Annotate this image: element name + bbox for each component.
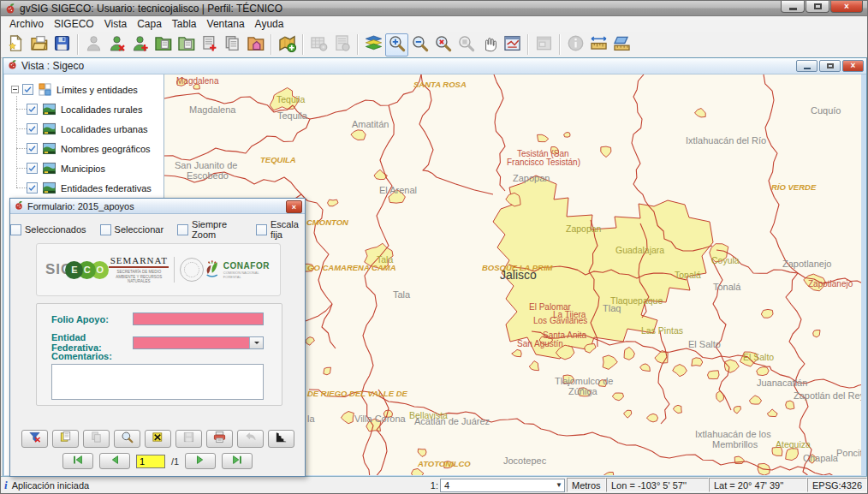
checkbox-box[interactable] — [177, 224, 188, 235]
measure-distance-button[interactable] — [587, 33, 610, 57]
add-document-button[interactable] — [198, 33, 221, 57]
menu-ventana[interactable]: Ventana — [202, 17, 250, 31]
map-label-state: Jalisco — [500, 269, 537, 281]
layer-group-row[interactable]: Límites y entidades — [4, 80, 163, 99]
layer-checkbox[interactable] — [27, 143, 38, 154]
map-label-mun: Villa Corona — [354, 414, 406, 424]
open-document-button[interactable] — [27, 33, 51, 57]
checkbox-box[interactable] — [256, 224, 267, 235]
scale-combobox[interactable]: 4 ▼ — [440, 479, 565, 492]
folio-apoyo-label: Folio Apoyo: — [51, 314, 133, 324]
layer-checkbox[interactable] — [27, 163, 38, 174]
documents-button[interactable] — [221, 33, 244, 57]
checkbox-seleccionar[interactable]: Seleccionar — [100, 219, 163, 240]
form-panel: Folio Apoyo: Entidad Federativa: Comenta… — [36, 303, 282, 406]
maximize-button[interactable] — [806, 1, 829, 13]
report-settings-button — [330, 33, 354, 57]
open-template-icon — [177, 34, 195, 56]
map-label-geo: DE RIEGO DEL VALLE DE — [307, 390, 407, 398]
stats-button[interactable] — [268, 430, 294, 448]
clear-filter-button[interactable] — [145, 430, 171, 448]
conafor-logo: CONAFOR COMISIÓN NACIONAL FORESTAL — [204, 259, 271, 280]
entidad-federativa-select[interactable] — [133, 336, 264, 349]
layer-item-localidades-urbanas[interactable]: Localidades urbanas — [16, 119, 163, 139]
map-label-rural: Magdalena — [176, 77, 218, 86]
application-window: gvSIG SIGECO: Usuario: tecnicojalisco | … — [0, 0, 868, 494]
search-button[interactable] — [114, 430, 140, 448]
dialog-close-button[interactable]: × — [286, 200, 302, 213]
vista-close-button[interactable]: × — [842, 60, 864, 72]
scale-dropdown-icon[interactable]: ▼ — [556, 481, 562, 489]
menu-archivo[interactable]: Archivo — [4, 17, 49, 31]
window-title: gvSIG SIGECO: Usuario: tecnicojalisco | … — [20, 3, 282, 15]
pan-button[interactable] — [478, 33, 501, 57]
print-button[interactable] — [206, 430, 233, 448]
checkbox-box[interactable] — [10, 224, 21, 235]
map-label-mun: Ixtlahuacán de los — [695, 430, 771, 439]
add-user-icon — [131, 34, 149, 56]
vista-restore-button[interactable] — [819, 60, 841, 72]
menu-capa[interactable]: Capa — [132, 17, 167, 31]
layer-item-nombres-geogr-ficos[interactable]: Nombres geográficos — [16, 139, 163, 158]
comentarios-textarea[interactable] — [51, 364, 264, 400]
previous-record-button[interactable] — [99, 453, 130, 469]
checkbox-siempre-zoom[interactable]: Siempre Zoom — [177, 219, 242, 240]
dropdown-arrow-icon[interactable] — [249, 337, 263, 348]
first-record-button[interactable] — [62, 453, 93, 469]
add-view-button[interactable] — [276, 33, 299, 57]
checkbox-seleccionados[interactable]: Seleccionados — [10, 219, 86, 240]
minimize-button[interactable] — [781, 1, 805, 13]
new-document-icon — [7, 34, 25, 56]
tree-collapse-icon[interactable] — [11, 86, 19, 93]
layer-checkbox[interactable] — [27, 104, 38, 115]
new-document-button[interactable] — [4, 33, 27, 57]
layers-button[interactable] — [362, 33, 385, 57]
open-project-button[interactable] — [152, 33, 175, 57]
menu-vista[interactable]: Vista — [99, 17, 132, 31]
menu-tabla[interactable]: Tabla — [167, 17, 202, 31]
vista-minimize-button[interactable] — [796, 60, 817, 72]
layer-item-entidades-federativas[interactable]: Entidades federativas — [16, 178, 163, 198]
remove-user-button[interactable] — [105, 33, 128, 57]
gvsig-logo-icon — [4, 3, 16, 15]
zoom-out-button[interactable] — [408, 33, 431, 57]
formulario-dialog: Formulario: 2015_apoyos × SeleccionadosS… — [9, 198, 306, 477]
zoom-full-button[interactable] — [431, 33, 455, 57]
layer-checkbox[interactable] — [27, 123, 38, 134]
layer-item-municipios[interactable]: Municipios — [16, 158, 163, 178]
vista-titlebar[interactable]: Vista : Sigeco × — [3, 58, 866, 74]
info-icon — [567, 34, 585, 56]
layer-checkbox[interactable] — [27, 182, 38, 193]
semarnat-title: SEMARNAT — [109, 255, 169, 268]
raster-layer-icon — [42, 122, 56, 135]
map-label-urban: Tequila — [276, 95, 305, 104]
checkbox-box[interactable] — [100, 224, 111, 235]
open-template-button[interactable] — [175, 33, 198, 57]
measure-area-button[interactable] — [610, 33, 633, 57]
sigeco-logo: SIG E C O — [45, 261, 109, 279]
folio-apoyo-input[interactable] — [133, 312, 264, 325]
add-user-button[interactable] — [128, 33, 152, 57]
close-button[interactable]: × — [830, 1, 863, 13]
menu-ayuda[interactable]: Ayuda — [250, 17, 289, 31]
last-record-button[interactable] — [222, 453, 253, 469]
record-number-input[interactable] — [136, 455, 165, 468]
map-label-rural: Los Gavilanes — [533, 317, 587, 325]
menu-sigeco[interactable]: SIGECO — [49, 17, 99, 31]
open-document-icon — [30, 34, 48, 56]
checkbox-escala-fija[interactable]: Escala fija — [256, 219, 305, 240]
map-label-rural: San Agustín — [517, 340, 563, 348]
new-record-icon — [59, 431, 72, 447]
filter-button[interactable] — [21, 430, 48, 448]
measure-distance-icon — [590, 34, 608, 56]
new-record-button[interactable] — [52, 430, 79, 448]
folder-home-button[interactable] — [244, 33, 267, 57]
map-label-mun: Zúñiga — [568, 387, 597, 396]
save-document-button[interactable] — [51, 33, 74, 57]
layer-checkbox[interactable] — [22, 84, 33, 95]
next-record-button[interactable] — [185, 453, 216, 469]
dialog-titlebar[interactable]: Formulario: 2015_apoyos × — [10, 199, 305, 214]
layer-item-localidades-rurales[interactable]: Localidades rurales — [16, 99, 163, 119]
locator-button[interactable] — [501, 33, 524, 57]
zoom-in-button[interactable] — [385, 33, 408, 57]
